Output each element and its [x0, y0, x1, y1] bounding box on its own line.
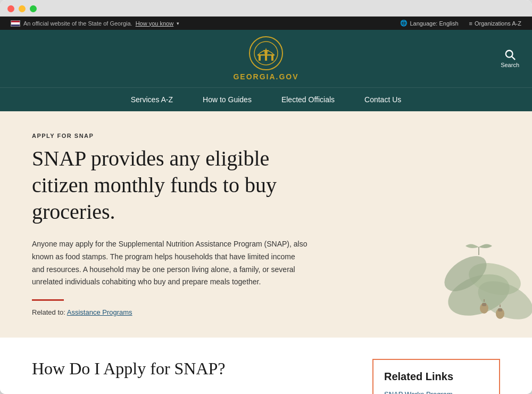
nav-item-services: Services A-Z [116, 88, 188, 111]
chevron-down-icon: ▾ [177, 21, 179, 26]
nav-bar: Services A-Z How to Guides Elected Offic… [0, 87, 532, 111]
how-you-know-link[interactable]: How you know [136, 20, 174, 27]
georgia-flag-icon [11, 20, 20, 27]
divider [32, 299, 64, 301]
related-links-box: Related Links SNAP Works Program [372, 359, 500, 394]
nav-link-services[interactable]: Services A-Z [116, 88, 188, 111]
official-notice: An official website of the State of Geor… [11, 20, 179, 27]
georgia-text: GEORGIA [233, 72, 276, 81]
section-title: How Do I Apply for SNAP? [32, 359, 351, 379]
content-main: How Do I Apply for SNAP? 1 Gather What Y… [32, 359, 351, 394]
top-bar-right: 🌐 Language: English ≡ Organizations A-Z [400, 20, 521, 27]
list-icon: ≡ [469, 20, 472, 27]
logo-circle [249, 36, 283, 70]
nav-list: Services A-Z How to Guides Elected Offic… [0, 88, 532, 111]
hero-title: SNAP provides any eligible citizen month… [32, 145, 330, 225]
snap-works-link[interactable]: SNAP Works Program [384, 390, 488, 394]
related-links-card: Related Links SNAP Works Program [372, 359, 500, 394]
content-section: How Do I Apply for SNAP? 1 Gather What Y… [0, 338, 532, 394]
georgia-seal-icon [253, 40, 279, 66]
close-button[interactable] [7, 5, 14, 12]
gov-text: GOV [279, 72, 298, 81]
browser-chrome [0, 0, 532, 17]
nav-item-how-to: How to Guides [188, 88, 267, 111]
nav-link-how-to[interactable]: How to Guides [188, 88, 267, 111]
nav-link-contact[interactable]: Contact Us [350, 88, 416, 111]
svg-rect-13 [482, 303, 486, 306]
top-bar: An official website of the State of Geor… [0, 17, 532, 30]
hero-label: APPLY FOR SNAP [32, 133, 500, 139]
svg-rect-1 [259, 55, 261, 61]
site-header: GEORGIA.GOV Search [0, 30, 532, 87]
maximize-button[interactable] [30, 5, 37, 12]
minimize-button[interactable] [19, 5, 26, 12]
site-wrapper: An official website of the State of Geor… [0, 17, 532, 394]
plant-illustration [383, 231, 532, 338]
svg-rect-16 [498, 308, 502, 311]
globe-icon: 🌐 [400, 20, 408, 27]
nav-link-officials[interactable]: Elected Officials [267, 88, 350, 111]
logo-area: GEORGIA.GOV [233, 36, 298, 81]
assistance-programs-link[interactable]: Assistance Programs [67, 308, 132, 316]
hero-section: APPLY FOR SNAP SNAP provides any eligibl… [0, 111, 532, 338]
related-to-prefix: Related to: [32, 308, 67, 316]
browser-window: An official website of the State of Geor… [0, 0, 532, 394]
search-button[interactable]: Search [501, 49, 519, 68]
official-text: An official website of the State of Geor… [23, 20, 132, 27]
related-links-title: Related Links [384, 371, 488, 383]
nav-item-officials: Elected Officials [267, 88, 350, 111]
svg-point-6 [505, 51, 512, 58]
language-link[interactable]: 🌐 Language: English [400, 20, 458, 27]
hero-body: Anyone may apply for the Supplemental Nu… [32, 238, 309, 289]
svg-rect-2 [265, 52, 267, 61]
site-title: GEORGIA.GOV [233, 72, 298, 81]
svg-line-7 [512, 56, 515, 60]
nav-item-contact: Contact Us [350, 88, 416, 111]
organizations-link[interactable]: ≡ Organizations A-Z [469, 20, 521, 27]
search-icon [504, 49, 516, 61]
svg-rect-4 [257, 54, 275, 56]
svg-rect-3 [271, 55, 273, 61]
